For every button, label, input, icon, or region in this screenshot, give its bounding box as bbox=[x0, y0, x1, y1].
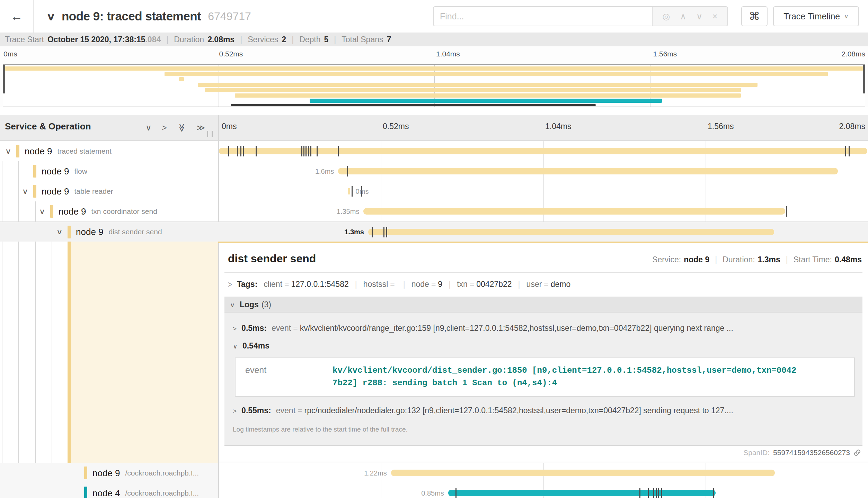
minimap-span[interactable] bbox=[198, 83, 758, 87]
tag-key: txn bbox=[457, 280, 468, 289]
span-row-lane[interactable]: 1.6ms bbox=[218, 161, 868, 181]
minimap-span[interactable] bbox=[231, 104, 595, 106]
log-message: rpc/nodedialer/nodedialer.go:132 [n9,cli… bbox=[304, 406, 733, 415]
log-field-key: event bbox=[272, 324, 291, 333]
log-timestamp: 0.55ms: bbox=[241, 406, 271, 415]
expand-chevron-icon[interactable]: ∨ bbox=[39, 207, 45, 216]
span-bar[interactable] bbox=[363, 208, 785, 215]
tag-equals: = bbox=[470, 280, 474, 289]
span-bar[interactable] bbox=[391, 470, 775, 476]
span-row-text: node 9txn coordinator send bbox=[59, 201, 157, 221]
span-bar[interactable] bbox=[368, 229, 774, 235]
span-row[interactable]: node 9/cockroach.roachpb.I...1.22ms bbox=[0, 463, 868, 483]
span-row-lane[interactable]: 1.22ms bbox=[218, 463, 868, 483]
span-row-lane[interactable]: 0ms bbox=[218, 181, 868, 201]
log-event-tick bbox=[639, 488, 640, 498]
back-button[interactable]: ← bbox=[0, 0, 34, 33]
tags-label: Tags: bbox=[237, 280, 258, 289]
prev-match-icon[interactable]: ∧ bbox=[680, 11, 686, 21]
minimap-drag-handle[interactable] bbox=[863, 65, 865, 93]
expand-all-icon[interactable]: ≫ bbox=[196, 123, 205, 133]
tag-key: node bbox=[411, 280, 429, 289]
operation-name: txn coordinator send bbox=[91, 207, 157, 216]
collapse-deep-icon[interactable]: ≫ bbox=[177, 123, 186, 132]
summary-separator: | bbox=[166, 35, 168, 44]
span-row[interactable]: ∨node 9traced statement bbox=[0, 141, 868, 161]
log-entry[interactable]: >0.5ms:event=kv/kvclient/kvcoord/range_i… bbox=[224, 319, 862, 337]
duration-label: 0ms bbox=[356, 188, 369, 196]
trace-viewer-page: ← ∨ node 9: traced statement 6749717 ◎ ∧… bbox=[0, 0, 868, 498]
service-color-bar bbox=[84, 467, 87, 479]
span-bar[interactable] bbox=[338, 168, 838, 174]
span-row[interactable]: ∨node 9txn coordinator send1.35ms bbox=[0, 201, 868, 221]
span-row-lane[interactable]: 1.35ms bbox=[218, 201, 868, 221]
service-color-bar bbox=[50, 205, 53, 218]
span-row-lane[interactable]: 0.85ms bbox=[218, 483, 868, 498]
span-row-label[interactable]: node 9flow bbox=[0, 161, 218, 181]
tags-row[interactable]: >Tags:client=127.0.0.1:54582|hostssl=|no… bbox=[219, 273, 868, 289]
span-row-label[interactable]: ∨node 9txn coordinator send bbox=[0, 201, 218, 221]
copy-link-icon[interactable] bbox=[853, 449, 861, 456]
log-entry-expanded[interactable]: ∨0.54ms bbox=[224, 337, 862, 355]
expand-chevron-icon[interactable]: ∨ bbox=[22, 187, 28, 196]
minimap-span[interactable] bbox=[205, 88, 741, 92]
minimap-span[interactable] bbox=[3, 66, 865, 71]
span-row-label[interactable]: ∨node 9traced statement bbox=[0, 141, 218, 161]
trace-summary-bar: Trace StartOctober 15 2020, 17:38:15.084… bbox=[0, 33, 868, 46]
span-bar[interactable] bbox=[448, 490, 716, 496]
log-event-tick bbox=[303, 146, 304, 156]
span-bar[interactable] bbox=[348, 188, 350, 194]
logs-section: ∨ Logs (3) >0.5ms:event=kv/kvclient/kvco… bbox=[224, 297, 862, 446]
span-row-lane[interactable]: 1.3ms bbox=[218, 222, 868, 242]
timeline-axis: 0ms0.52ms1.04ms1.56ms2.08ms bbox=[218, 122, 868, 134]
next-match-icon[interactable]: ∨ bbox=[696, 11, 702, 21]
tag-key: user bbox=[526, 280, 542, 289]
span-row-label[interactable]: ∨node 9table reader bbox=[0, 181, 218, 201]
tag-value: 9 bbox=[438, 280, 442, 289]
log-event-tick bbox=[372, 227, 373, 237]
expand-chevron-icon[interactable]: ∨ bbox=[5, 147, 11, 155]
tag-key: client bbox=[264, 280, 282, 289]
meta-label: Service: bbox=[652, 255, 681, 264]
expanded-span-band bbox=[71, 242, 218, 463]
duration-label: 1.6ms bbox=[315, 167, 334, 175]
span-row[interactable]: ∨node 9dist sender send1.3ms bbox=[0, 221, 868, 242]
meta-value: node 9 bbox=[684, 255, 709, 264]
logs-header[interactable]: ∨ Logs (3) bbox=[224, 297, 862, 313]
span-row[interactable]: ∨node 9table reader0ms bbox=[0, 181, 868, 201]
summary-item: Duration2.08ms bbox=[174, 35, 234, 44]
axis-tick-label: 0ms bbox=[222, 122, 237, 131]
column-resize-handle[interactable] bbox=[207, 131, 213, 137]
span-row-label[interactable]: node 4/cockroach.roachpb.I... bbox=[0, 483, 218, 498]
span-row[interactable]: node 4/cockroach.roachpb.I...0.85ms bbox=[0, 483, 868, 498]
tag-equals: = bbox=[431, 280, 436, 289]
log-entry[interactable]: >0.55ms:event=rpc/nodedialer/nodedialer.… bbox=[224, 402, 862, 419]
span-bar[interactable] bbox=[219, 148, 867, 154]
span-row-label[interactable]: node 9/cockroach.roachpb.I... bbox=[0, 463, 218, 483]
span-row[interactable]: node 9flow1.6ms bbox=[0, 161, 868, 181]
collapse-trace-icon[interactable]: ∨ bbox=[46, 10, 55, 22]
keyboard-shortcuts-button[interactable]: ⌘ bbox=[741, 6, 768, 26]
match-target-icon[interactable]: ◎ bbox=[663, 11, 670, 21]
log-timestamp: 0.5ms: bbox=[241, 324, 267, 333]
span-row-label[interactable]: ∨node 9dist sender send bbox=[0, 222, 218, 242]
span-row-lane[interactable] bbox=[218, 141, 868, 161]
minimap-span[interactable] bbox=[235, 93, 741, 98]
minimap-drag-handle[interactable] bbox=[3, 65, 5, 93]
duration-label: 1.35ms bbox=[337, 208, 360, 216]
expand-chevron-icon[interactable]: ∨ bbox=[56, 228, 62, 236]
tag-separator: | bbox=[403, 280, 405, 289]
log-event-tick bbox=[228, 146, 229, 156]
expand-one-icon[interactable]: > bbox=[162, 123, 167, 133]
minimap-span[interactable] bbox=[165, 72, 828, 76]
chevron-down-icon: ∨ bbox=[233, 342, 238, 350]
clear-search-icon[interactable]: × bbox=[712, 11, 718, 21]
minimap-span[interactable] bbox=[179, 77, 184, 81]
view-type-select[interactable]: Trace Timeline ∨ bbox=[773, 6, 859, 26]
minimap-canvas[interactable] bbox=[3, 64, 865, 107]
find-input[interactable] bbox=[433, 6, 653, 26]
minimap-span[interactable] bbox=[310, 99, 662, 103]
log-event-tick bbox=[308, 146, 309, 156]
span-detail-panel: dist sender send Service:node 9|Duration… bbox=[219, 243, 868, 462]
collapse-all-icon[interactable]: ∨ bbox=[145, 123, 152, 133]
